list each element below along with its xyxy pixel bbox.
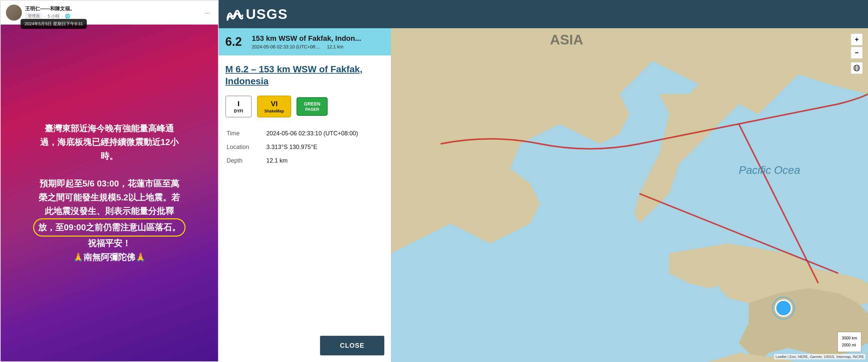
map-area[interactable]: ASIA Pacific Ocea STRALIA + − [391,28,868,362]
close-button[interactable]: CLOSE [320,336,384,355]
avatar [6,5,22,21]
time-separator: · [44,13,46,19]
avatar-image [6,5,22,21]
svg-text:ASIA: ASIA [550,32,583,48]
shakemap-badge[interactable]: VI ShakeMap [257,95,291,117]
quake-datetime-short: 2024-05-06 02:33:10 (UTC+08:... [252,44,320,50]
earthquake-sidebar: 6.2 153 km WSW of Fakfak, Indon... 2024-… [219,28,391,362]
time-ago: 5 小時 [48,13,60,19]
dyfi-badge[interactable]: I DYFI [225,95,252,117]
quake-summary-bar: 6.2 153 km WSW of Fakfak, Indon... 2024-… [219,28,391,55]
depth-row: Depth 12.1 km [225,154,384,168]
dyfi-roman: I [232,100,245,108]
svg-text:Pacific Ocea: Pacific Ocea [739,164,800,176]
date-tooltip: 2024年5月5日 星期日下午9:31 [21,19,87,29]
zoom-in-button[interactable]: + [851,33,863,46]
post-meta: 管理員 · 5 小時 · 🌐 [25,12,198,20]
close-button-row: CLOSE [219,329,391,362]
location-row: Location 3.313°S 130.975°E [225,140,384,154]
time-label: Time [225,127,265,140]
time-row: Time 2024-05-06 02:33:10 (UTC+08:00) [225,127,384,140]
post-header: 王明仁——和陳文福。 管理員 · 5 小時 · 🌐 ··· 2024年5月5日 … [1,1,218,25]
globe-icon [853,64,860,72]
depth-label: Depth [225,154,265,168]
globe-button[interactable] [851,62,863,74]
map-controls: + − [851,33,863,74]
post-line8: 祝福平安！ [88,238,131,248]
shakemap-label: ShakeMap [265,109,284,113]
post-line5: 榮之間可能發生規模5.2以上地震。若 [39,192,180,202]
usgs-panel: USGS 6.2 153 km WSW of Fakfak, Indon... … [219,0,868,362]
post-content-area: 臺灣東部近海今晚有強能量高峰通 過，海底板塊已經持續微震動近12小 時。 預期即… [1,25,218,361]
facebook-post-panel: 王明仁——和陳文福。 管理員 · 5 小時 · 🌐 ··· 2024年5月5日 … [0,0,219,362]
globe-icon: 🌐 [65,13,70,19]
location-value: 3.313°S 130.975°E [265,140,384,154]
map-attribution: Leaflet | Esri, HERE, Garmin, USGS, Inte… [774,354,865,359]
pager-label2: PAGER [304,107,320,112]
svg-point-4 [776,300,792,316]
quake-detail-panel: M 6.2 – 153 km WSW of Fakfak, Indonesia … [219,55,391,329]
usgs-logo: USGS [227,6,288,22]
quake-summary-info: 153 km WSW of Fakfak, Indon... 2024-05-0… [252,34,384,50]
pager-badge[interactable]: GREEN PAGER [297,97,328,116]
zoom-out-button[interactable]: − [851,47,863,59]
shakemap-roman: VI [265,100,284,108]
post-line4: 預期即起至5/6 03:00，花蓮市區至萬 [39,178,179,189]
usgs-main-content: 6.2 153 km WSW of Fakfak, Indon... 2024-… [219,28,868,362]
time-value: 2024-05-06 02:33:10 (UTC+08:00) [265,127,384,140]
magnitude-badge: 6.2 [225,35,245,49]
usgs-wave-icon [227,7,243,21]
scale-mi: 2000 mi [842,342,857,349]
scale-km: 3000 km [842,335,857,342]
time-separator2: · [62,13,63,19]
post-line1: 臺灣東部近海今晚有強能量高峰通 [45,123,174,133]
badges-row: I DYFI VI ShakeMap GREEN PAGER [225,95,384,117]
post-line6: 此地震沒發生、則表示能量分批釋 [45,206,174,216]
post-author: 王明仁——和陳文福。 [25,6,198,12]
admin-badge: 管理員 [25,12,42,20]
usgs-header: USGS [219,0,868,28]
pager-label1: GREEN [304,101,320,107]
location-label: Location [225,140,265,154]
usgs-text: USGS [246,6,288,22]
quake-datetime-row: 2024-05-06 02:33:10 (UTC+08:... 12.1 km [252,44,384,50]
detail-table: Time 2024-05-06 02:33:10 (UTC+08:00) Loc… [225,127,384,168]
quake-location-short: 153 km WSW of Fakfak, Indon... [252,34,384,43]
quake-title-link[interactable]: M 6.2 – 153 km WSW of Fakfak, Indonesia [225,63,384,88]
post-line2: 過，海底板塊已經持續微震動近12小 [40,137,179,147]
post-line3: 時。 [101,151,118,161]
more-options-button[interactable]: ··· [202,8,213,18]
map-scale: 3000 km 2000 mi [838,332,861,352]
post-info: 王明仁——和陳文福。 管理員 · 5 小時 · 🌐 [25,6,198,20]
post-highlighted-text: 放，至09:00之前仍需注意山區落石。 [33,218,186,237]
quake-depth-short: 12.1 km [327,44,344,50]
depth-value: 12.1 km [265,154,384,168]
dyfi-label: DYFI [232,109,245,113]
post-line9: 🙏南無阿彌陀佛🙏 [73,252,146,262]
post-text: 臺灣東部近海今晚有強能量高峰通 過，海底板塊已經持續微震動近12小 時。 預期即… [34,122,185,264]
map-svg: ASIA Pacific Ocea STRALIA [391,28,868,362]
